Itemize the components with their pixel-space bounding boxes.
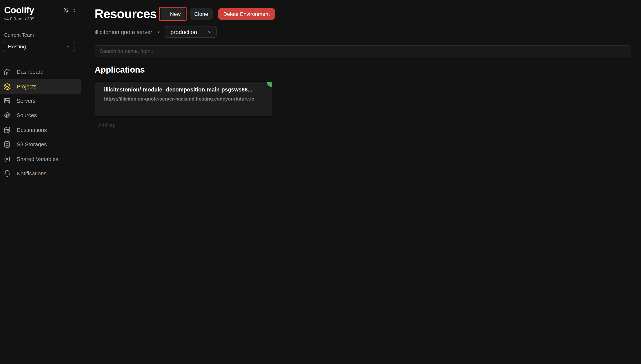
sidebar-item-shared-variables[interactable]: Shared Variables (0, 152, 81, 166)
applications-section-title: Applications (95, 65, 631, 75)
sidebar-item-sources[interactable]: Sources (0, 108, 81, 123)
team-select-value: Hosting (8, 44, 26, 50)
app-version: v4.0.0-beta.399 (4, 17, 82, 21)
search-input[interactable] (95, 45, 631, 57)
git-source-icon (4, 112, 11, 119)
sidebar-item-dashboard[interactable]: Dashboard (0, 65, 81, 79)
header-row: Resources + New Clone Delete Environment (95, 6, 631, 22)
delete-environment-button[interactable]: Delete Environment (218, 8, 275, 20)
server-icon (4, 97, 11, 105)
sidebar-item-label: Dashboard (17, 69, 44, 75)
sidebar-item-label: Notifications (17, 170, 47, 176)
click-annotation: + New (159, 7, 187, 21)
environment-select-value: production (170, 28, 197, 35)
variable-icon (4, 155, 11, 163)
sidebar-item-label: Sources (17, 112, 37, 118)
sidebar-item-label: Shared Variables (17, 156, 58, 162)
sidebar-item-label: S3 Storages (17, 141, 47, 148)
brand-row: Coolify (0, 0, 82, 16)
sidebar-item-notifications[interactable]: Notifications (0, 166, 81, 181)
chevrons-up-down-icon[interactable] (72, 8, 77, 13)
application-card[interactable]: illicitestonion/-module--decomposition:m… (95, 81, 272, 117)
sidebar-item-destinations[interactable]: Destinations (0, 123, 81, 137)
status-indicator (267, 82, 272, 87)
sidebar-item-projects[interactable]: Projects (0, 79, 81, 94)
sun-icon[interactable] (63, 7, 69, 13)
add-tag-input[interactable] (98, 122, 181, 128)
app-logo: Coolify (4, 5, 34, 16)
sidebar-item-s3-storages[interactable]: S3 Storages (0, 137, 81, 152)
coolify-app: Coolify v4.0.0-beta.399 Current Team Hos… (0, 0, 641, 182)
layers-icon (4, 82, 11, 90)
sidebar-nav: Dashboard Projects Servers Sources (0, 65, 81, 182)
chevron-right-icon (156, 29, 161, 34)
new-button[interactable]: + New (161, 8, 185, 20)
map-icon (4, 126, 11, 134)
clone-button[interactable]: Clone (190, 8, 213, 20)
sidebar: Coolify v4.0.0-beta.399 Current Team Hos… (0, 0, 82, 182)
environment-select[interactable]: production (165, 26, 217, 38)
page-title: Resources (95, 7, 157, 21)
chevron-down-icon (207, 29, 212, 34)
application-url: https://illicitonion-quote-server-backen… (104, 96, 265, 102)
sidebar-item-servers[interactable]: Servers (0, 94, 81, 108)
sidebar-item-label: Servers (17, 98, 36, 104)
breadcrumb: illicitonion quote server production (95, 26, 631, 38)
home-icon (4, 68, 11, 76)
main-content: Resources + New Clone Delete Environment… (95, 0, 631, 128)
sidebar-item-keys-tokens[interactable]: Keys & Tokens (0, 181, 81, 182)
bell-icon (4, 170, 11, 177)
application-title: illicitestonion/-module--decomposition:m… (104, 86, 265, 92)
theme-controls (63, 7, 77, 13)
breadcrumb-project-link[interactable]: illicitonion quote server (95, 28, 152, 35)
sidebar-item-label: Projects (17, 83, 37, 90)
current-team-label: Current Team (4, 32, 82, 38)
team-select[interactable]: Hosting (3, 41, 75, 52)
sidebar-item-label: Destinations (17, 127, 47, 133)
chevron-down-icon (65, 44, 71, 49)
database-icon (4, 140, 11, 148)
